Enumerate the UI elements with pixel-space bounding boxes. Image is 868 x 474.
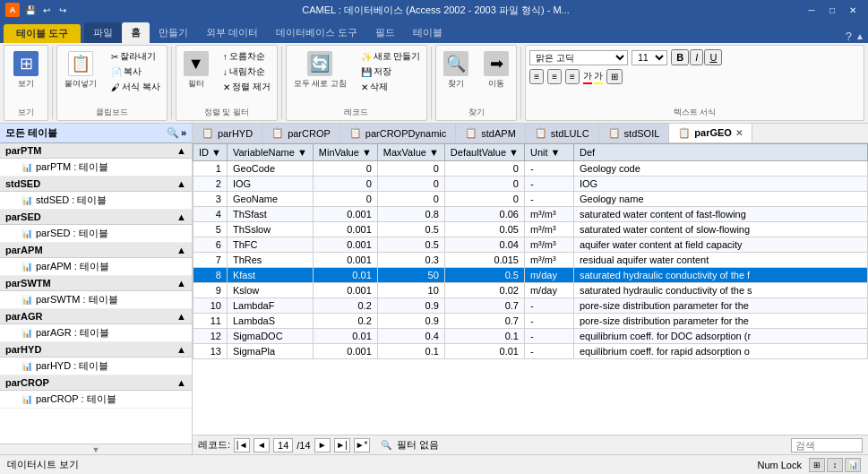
view-chart-button[interactable]: 📊: [845, 458, 861, 472]
table-row[interactable]: 5 ThSslow 0.001 0.5 0.05 m³/m³ saturated…: [193, 222, 868, 237]
sidebar-group-header-stdsed[interactable]: stdSED ▲: [0, 177, 192, 192]
col-header-max[interactable]: MaxValue ▼: [377, 144, 444, 161]
col-header-var[interactable]: VariableName ▼: [227, 144, 313, 161]
sidebar-group-header-paragr[interactable]: parAGR ▲: [0, 309, 192, 324]
tab-parhyd[interactable]: 📋 parHYD: [193, 124, 262, 142]
ascending-button[interactable]: ↑ 오름차순: [220, 49, 273, 64]
ribbon-collapse[interactable]: ▲: [855, 31, 864, 41]
nav-next-button[interactable]: ►: [314, 438, 331, 452]
nav-new-button[interactable]: ►*: [354, 438, 370, 452]
font-name-select[interactable]: 맑은 고딕: [529, 50, 628, 65]
sidebar-item-paragr[interactable]: 📊 parAGR : 테이블: [0, 324, 192, 342]
tab-create[interactable]: 만들기: [150, 22, 197, 43]
tab-parcropyynamic[interactable]: 📋 parCROPDynamic: [340, 124, 456, 142]
tab-stdsoil[interactable]: 📋 stdSOIL: [599, 124, 670, 142]
remove-filter-button[interactable]: ✕ 정렬 제거: [220, 80, 273, 94]
sidebar-item-partm-table[interactable]: 📊 parPTM : 테이블: [0, 159, 192, 177]
sidebar-expand-icon[interactable]: »: [181, 127, 186, 139]
quick-access-save[interactable]: 💾: [23, 3, 38, 17]
sidebar-group-header-parswtm[interactable]: parSWTM ▲: [0, 276, 192, 291]
align-center-button[interactable]: ≡: [547, 69, 562, 84]
col-header-id[interactable]: ID ▼: [193, 144, 228, 161]
save-button[interactable]: 💾 저장: [358, 65, 424, 79]
sidebar-item-parsed[interactable]: 📊 parSED : 테이블: [0, 225, 192, 243]
sidebar-search-icon[interactable]: 🔍: [167, 127, 179, 139]
align-left-button[interactable]: ≡: [529, 69, 544, 84]
tab-special[interactable]: 테이블 도구: [4, 24, 81, 43]
table-row[interactable]: 1 GeoCode 0 0 0 - Geology code: [193, 161, 868, 177]
col-header-def[interactable]: Def: [573, 144, 867, 161]
copy-button[interactable]: 📄 복사: [108, 65, 163, 79]
align-right-button[interactable]: ≡: [565, 69, 580, 84]
help-button[interactable]: ?: [846, 30, 852, 43]
quick-access-undo[interactable]: ↩: [39, 3, 54, 17]
col-header-def[interactable]: DefaultValue ▼: [444, 144, 524, 161]
cell-desc: pore-size distribution parameter for the: [573, 314, 867, 329]
tab-close-pargeo[interactable]: ✕: [735, 128, 743, 138]
sidebar-scroll[interactable]: ▼: [0, 444, 192, 454]
cell-unit: -: [524, 177, 573, 192]
format-brush-button[interactable]: 🖌 서식 복사: [108, 80, 163, 94]
tab-fields[interactable]: 필드: [366, 22, 404, 43]
sidebar-item-stdsed[interactable]: 📊 stdSED : 테이블: [0, 192, 192, 210]
sidebar-group-header-partm[interactable]: parPTM ▲: [0, 143, 192, 159]
tab-table[interactable]: 테이블: [404, 22, 451, 43]
col-header-min[interactable]: MinValue ▼: [313, 144, 377, 161]
font-size-select[interactable]: 11: [632, 50, 667, 65]
sidebar-group-header-parsed[interactable]: parSED ▲: [0, 210, 192, 225]
tab-pargeo[interactable]: 📋 parGEO ✕: [669, 124, 752, 142]
grid-view-button[interactable]: ⊞: [606, 69, 623, 84]
cut-button[interactable]: ✂ 잘라내기: [108, 49, 163, 64]
nav-first-button[interactable]: |◄: [234, 438, 250, 452]
table-row[interactable]: 10 LambdaF 0.2 0.9 0.7 - pore-size distr…: [193, 298, 868, 314]
sidebar-item-parcrop[interactable]: 📊 parCROP : 테이블: [0, 391, 192, 409]
table-row[interactable]: 7 ThRes 0.001 0.3 0.015 m³/m³ residual a…: [193, 253, 868, 268]
tab-external[interactable]: 외부 데이터: [197, 22, 267, 43]
goto-button[interactable]: ➡ 이동: [480, 49, 512, 91]
table-row[interactable]: 2 IOG 0 0 0 - IOG: [193, 177, 868, 192]
minimize-button[interactable]: ─: [802, 3, 821, 17]
italic-button[interactable]: I: [690, 49, 703, 65]
table-row[interactable]: 11 LambdaS 0.2 0.9 0.7 - pore-size distr…: [193, 314, 868, 329]
filter-button[interactable]: ▼ 필터: [180, 49, 212, 91]
underline-button[interactable]: U: [704, 49, 722, 65]
table-row[interactable]: 4 ThSfast 0.001 0.8 0.06 m³/m³ saturated…: [193, 207, 868, 222]
sidebar-group-header-parhyd[interactable]: parHYD ▲: [0, 342, 192, 358]
refresh-button[interactable]: 🔄 모두 새로 고침: [290, 49, 350, 91]
table-row[interactable]: 12 SigmaDOC 0.01 0.4 0.1 - equilibrium c…: [193, 329, 868, 344]
delete-button[interactable]: ✕ 삭제: [358, 80, 424, 94]
tab-home[interactable]: 홈: [122, 22, 150, 43]
table-row[interactable]: 3 GeoName 0 0 0 - Geology name: [193, 192, 868, 207]
view-pivot-button[interactable]: ↕: [827, 458, 843, 472]
view-button[interactable]: ⊞ 보기: [10, 49, 42, 91]
search-input[interactable]: [791, 438, 863, 452]
sidebar-group-header-parapm[interactable]: parAPM ▲: [0, 243, 192, 258]
nav-last-button[interactable]: ►|: [334, 438, 350, 452]
sidebar-item-parswtm[interactable]: 📊 parSWTM : 테이블: [0, 291, 192, 309]
bold-button[interactable]: B: [671, 49, 689, 65]
cell-var: SigmaDOC: [227, 329, 313, 344]
sidebar-item-parapm[interactable]: 📊 parAPM : 테이블: [0, 258, 192, 276]
sidebar-header: 모든 테이블 🔍 »: [0, 124, 192, 143]
find-button[interactable]: 🔍 찾기: [440, 49, 472, 91]
col-header-unit[interactable]: Unit ▼: [524, 144, 573, 161]
nav-prev-button[interactable]: ◄: [254, 438, 270, 452]
tab-stdapm[interactable]: 📋 stdAPM: [456, 124, 526, 142]
tab-file[interactable]: 파일: [84, 22, 122, 43]
quick-access-redo[interactable]: ↪: [56, 3, 70, 17]
tab-stdlulc[interactable]: 📋 stdLULC: [526, 124, 599, 142]
tab-database-tools[interactable]: 데이터베이스 도구: [267, 22, 366, 43]
new-record-button[interactable]: ✨ 새로 만들기: [358, 49, 424, 64]
descending-button[interactable]: ↓ 내림차순: [220, 65, 273, 79]
table-row[interactable]: 9 Kslow 0.001 10 0.02 m/day saturated hy…: [193, 283, 868, 298]
sidebar-group-header-parcrop[interactable]: parCROP ▲: [0, 375, 192, 391]
table-row[interactable]: 6 ThFC 0.001 0.5 0.04 m³/m³ aquifer wate…: [193, 237, 868, 253]
view-datasheet-button[interactable]: ⊞: [809, 458, 825, 472]
sidebar-item-parhyd[interactable]: 📊 parHYD : 테이블: [0, 358, 192, 375]
paste-button[interactable]: 📋 붙여넣기: [61, 49, 100, 91]
maximize-button[interactable]: □: [822, 3, 842, 17]
tab-parcrop[interactable]: 📋 parCROP: [262, 124, 340, 142]
table-row[interactable]: 13 SigmaPla 0.001 0.1 0.01 - equilibrium…: [193, 344, 868, 359]
table-row[interactable]: 8 Kfast 0.01 50 0.5 m/day saturated hydr…: [193, 268, 868, 283]
close-button[interactable]: ✕: [843, 3, 863, 17]
